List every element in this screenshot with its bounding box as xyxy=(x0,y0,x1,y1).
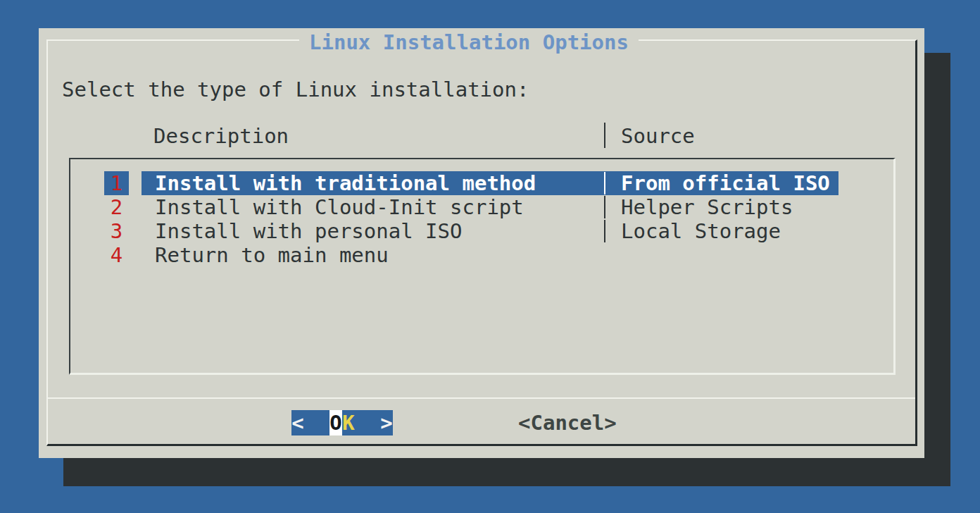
menu-item-install-cloud-init[interactable]: 2 Install with Cloud-Init script Helper … xyxy=(39,195,924,219)
menu-item-tag: 1 xyxy=(104,171,129,195)
cancel-button[interactable]: <Cancel> xyxy=(518,410,617,435)
dialog-linux-installation-options: Linux Installation Options Select the ty… xyxy=(39,28,924,458)
menu-item-tag: 2 xyxy=(104,195,129,219)
column-header-source: Source xyxy=(621,124,695,148)
ok-pad xyxy=(317,410,329,435)
row-divider-line xyxy=(604,220,605,242)
ok-angle-right: > xyxy=(380,410,393,435)
menu-item-install-personal-iso[interactable]: 3 Install with personal ISO Local Storag… xyxy=(39,219,924,243)
button-area-divider xyxy=(48,397,915,399)
ok-pad xyxy=(367,410,380,435)
menu-item-return-main-menu[interactable]: 4 Return to main menu xyxy=(39,243,924,267)
ok-hotkey-char: K xyxy=(342,410,355,435)
column-divider-line xyxy=(604,123,605,148)
menu-item-tag: 3 xyxy=(104,219,129,243)
row-divider-line xyxy=(604,172,605,194)
ok-pad xyxy=(304,410,317,435)
menu-item-install-traditional[interactable]: 1 Install with traditional method From o… xyxy=(39,171,924,195)
menu-item-source: Helper Scripts xyxy=(621,195,793,219)
menu-item-source: Local Storage xyxy=(621,219,781,243)
terminal-screen: { "screen": { "background_color": "#3366… xyxy=(0,0,980,513)
column-header-description: Description xyxy=(153,124,289,148)
ok-pad xyxy=(355,410,367,435)
row-divider-line xyxy=(604,196,605,218)
menu-item-source: From official ISO xyxy=(621,171,830,195)
menu-item-description: Install with traditional method xyxy=(155,171,536,195)
dialog-title: Linux Installation Options xyxy=(299,30,639,54)
ok-button[interactable]: < O K > xyxy=(291,410,393,435)
menu-item-description: Install with Cloud-Init script xyxy=(155,195,524,219)
menu-item-description: Return to main menu xyxy=(155,243,389,267)
menu-item-tag: 4 xyxy=(104,243,129,267)
menu-item-description: Install with personal ISO xyxy=(155,219,463,243)
dialog-message: Select the type of Linux installation: xyxy=(62,78,529,101)
ok-angle-left: < xyxy=(291,410,304,435)
ok-cursor-char: O xyxy=(329,410,342,435)
